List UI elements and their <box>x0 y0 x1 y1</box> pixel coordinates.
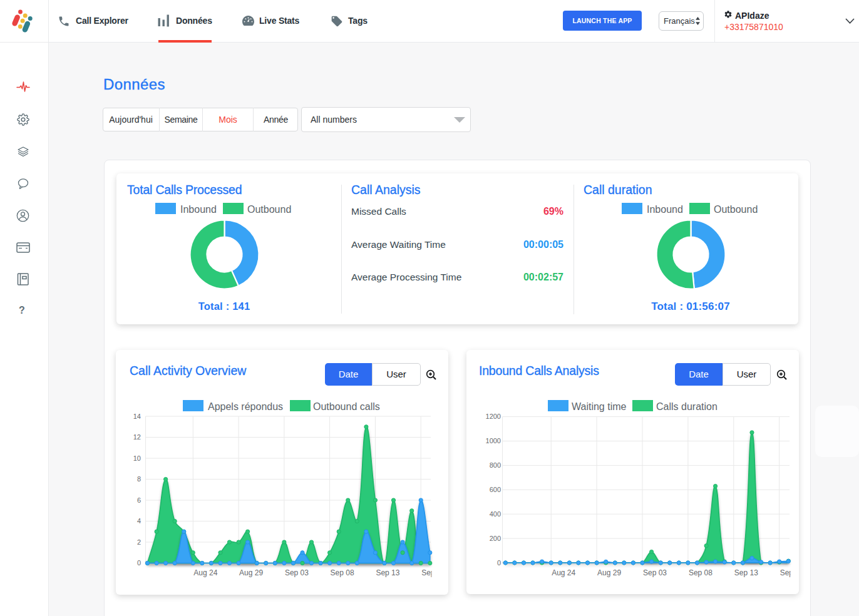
svg-text:14: 14 <box>133 413 141 420</box>
svg-text:0: 0 <box>137 559 141 567</box>
svg-text:Sep 08: Sep 08 <box>331 568 354 577</box>
svg-text:10: 10 <box>133 454 141 462</box>
svg-text:Sep 03: Sep 03 <box>643 568 667 577</box>
svg-text:400: 400 <box>490 510 501 518</box>
svg-text:8: 8 <box>137 475 141 483</box>
svg-text:12: 12 <box>133 433 141 441</box>
svg-text:200: 200 <box>490 535 501 542</box>
svg-text:1000: 1000 <box>486 437 501 444</box>
svg-text:1200: 1200 <box>486 413 501 420</box>
svg-text:Sep 03: Sep 03 <box>285 568 309 577</box>
svg-text:Sep 13: Sep 13 <box>376 568 399 577</box>
svg-text:600: 600 <box>490 486 501 493</box>
svg-text:Sep 13: Sep 13 <box>734 568 758 577</box>
svg-text:Sep 08: Sep 08 <box>689 568 712 577</box>
svg-text:Aug 29: Aug 29 <box>239 568 263 577</box>
svg-text:0: 0 <box>497 559 501 567</box>
svg-text:800: 800 <box>490 461 501 469</box>
svg-text:2: 2 <box>137 538 141 546</box>
svg-text:Aug 29: Aug 29 <box>597 568 621 577</box>
svg-text:6: 6 <box>137 496 141 504</box>
svg-text:Aug 24: Aug 24 <box>193 568 217 577</box>
svg-text:4: 4 <box>137 517 141 525</box>
svg-text:Aug 24: Aug 24 <box>552 568 575 577</box>
